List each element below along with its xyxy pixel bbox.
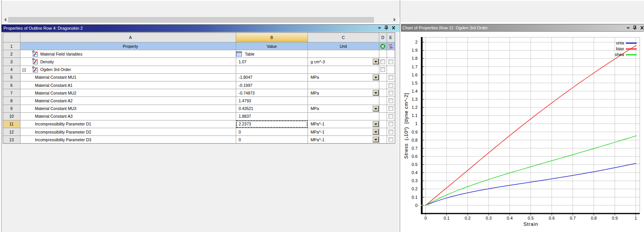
svg-text:0.2: 0.2 <box>465 216 470 220</box>
svg-text:unia: unia <box>616 41 624 45</box>
svg-text:1.1: 1.1 <box>412 113 418 118</box>
svg-text:1: 1 <box>415 121 418 126</box>
svg-text:0.2: 0.2 <box>412 186 418 191</box>
svg-text:0.5: 0.5 <box>528 216 534 220</box>
svg-text:biax: biax <box>616 46 624 51</box>
svg-text:0.8: 0.8 <box>591 216 597 220</box>
svg-text:p: p <box>390 44 392 48</box>
svg-text:shea: shea <box>615 52 624 57</box>
svg-text:0.6: 0.6 <box>412 154 418 159</box>
svg-text:1.9: 1.9 <box>412 48 418 52</box>
svg-text:0.7: 0.7 <box>412 146 418 151</box>
svg-text:1.3: 1.3 <box>412 97 418 102</box>
svg-text:1.2: 1.2 <box>412 105 418 110</box>
svg-text:0.4: 0.4 <box>412 170 418 175</box>
svg-text:0: 0 <box>415 203 418 208</box>
svg-text:0.5: 0.5 <box>412 162 418 167</box>
svg-text:0.6: 0.6 <box>549 216 554 220</box>
svg-text:1: 1 <box>635 216 637 220</box>
svg-text:1.6: 1.6 <box>412 73 418 77</box>
svg-text:Strain: Strain <box>523 221 538 227</box>
svg-text:0.9: 0.9 <box>612 216 618 220</box>
svg-text:1.5: 1.5 <box>412 81 418 85</box>
svg-text:0: 0 <box>424 216 427 220</box>
svg-text:0.4: 0.4 <box>507 216 512 220</box>
svg-text:0.7: 0.7 <box>570 216 576 220</box>
svg-text:0.3: 0.3 <box>412 178 418 183</box>
svg-text:0.3: 0.3 <box>486 216 492 220</box>
svg-text:0.1: 0.1 <box>444 216 450 220</box>
svg-text:Stress (x106) [dyne cm^-2]: Stress (x106) [dyne cm^-2] <box>403 93 409 159</box>
svg-text:1.8: 1.8 <box>412 56 418 61</box>
svg-text:0.9: 0.9 <box>412 130 418 134</box>
svg-text:0.8: 0.8 <box>412 138 418 142</box>
svg-text:2: 2 <box>415 40 418 44</box>
svg-text:1.7: 1.7 <box>412 64 418 69</box>
svg-text:1.4: 1.4 <box>412 89 418 93</box>
svg-text:0.1: 0.1 <box>412 195 418 200</box>
